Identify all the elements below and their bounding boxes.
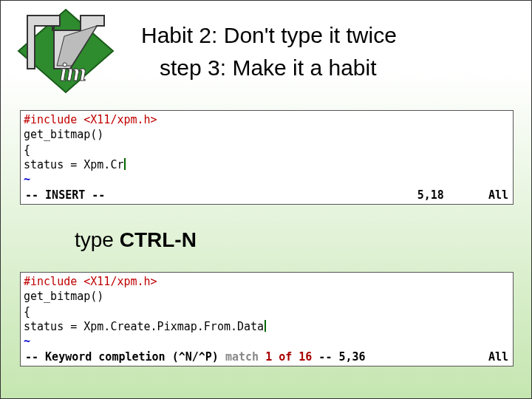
- caption: type CTRL-N: [75, 228, 197, 252]
- status-percent: All: [488, 188, 508, 202]
- slide-subtitle: step 3: Make it a habit: [160, 55, 377, 81]
- assign-line: status = Xpm.Cr: [24, 157, 510, 172]
- status-line: -- INSERT -- 5,18 All: [21, 186, 513, 204]
- match-indicator: match: [225, 350, 265, 364]
- fn-line: get_bitmap(): [24, 127, 510, 142]
- brace-line: {: [24, 143, 510, 157]
- cursor-icon: [265, 320, 266, 332]
- include-line: #include <X11/xpm.h>: [24, 274, 510, 289]
- status-mode: -- Keyword completion (^N/^P) match 1 of…: [25, 349, 366, 364]
- slide-title: Habit 2: Don't type it twice: [141, 23, 397, 48]
- status-mode: -- INSERT --: [25, 188, 105, 202]
- tilde-line: ~: [24, 334, 510, 349]
- include-line: #include <X11/xpm.h>: [24, 112, 510, 127]
- editor-after: #include <X11/xpm.h> get_bitmap() { stat…: [20, 272, 514, 366]
- tilde-line: ~: [24, 172, 510, 187]
- status-position: 5,18: [417, 188, 444, 202]
- brace-line: {: [24, 304, 510, 319]
- logo-subtext: im: [60, 58, 86, 86]
- status-percent: All: [488, 349, 508, 364]
- cursor-icon: [124, 158, 126, 170]
- editor-before: #include <X11/xpm.h> get_bitmap() { stat…: [20, 110, 514, 205]
- fn-line: get_bitmap(): [24, 289, 510, 304]
- caption-key: CTRL-N: [120, 228, 197, 251]
- status-line: -- Keyword completion (^N/^P) match 1 of…: [21, 348, 513, 366]
- assign-line: status = Xpm.Create.Pixmap.From.Data: [24, 319, 510, 334]
- match-count: 1 of 16: [265, 350, 312, 364]
- caption-prefix: type: [75, 228, 120, 251]
- vim-logo: im: [14, 7, 117, 95]
